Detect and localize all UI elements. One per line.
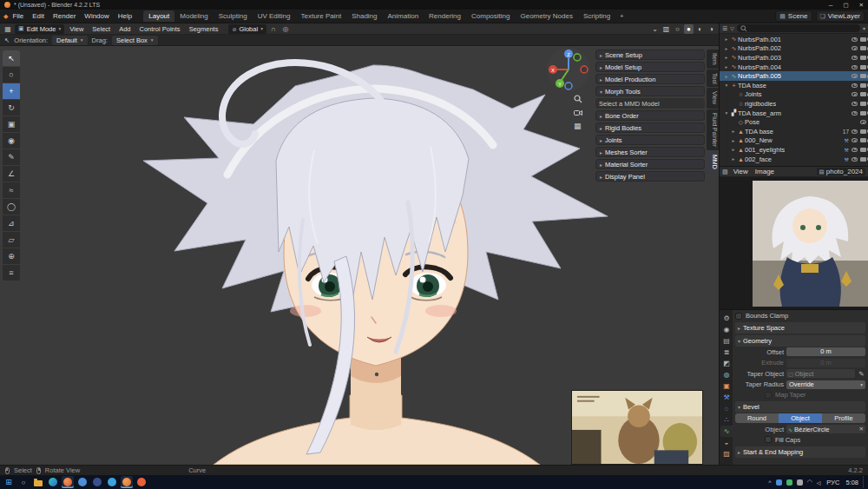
workspace-tab-uv-editing[interactable]: UV Editing (253, 10, 296, 22)
view-layer-tab-icon[interactable] (720, 347, 733, 358)
workspace-tab-rendering[interactable]: Rendering (424, 10, 466, 22)
start-button[interactable] (3, 476, 15, 488)
scene-selector[interactable]: Scene (775, 10, 812, 22)
object-tab-icon[interactable] (720, 380, 733, 392)
outliner-row[interactable]: TDA base_arm (720, 109, 868, 118)
taper-radius-dropdown[interactable]: Override (786, 380, 865, 389)
transform-tool[interactable]: ◉ (3, 133, 20, 149)
visibility-eye-icon[interactable] (860, 120, 866, 124)
world-tab-icon[interactable] (720, 369, 733, 380)
outliner-search-input[interactable] (737, 24, 860, 32)
geometry-panel-header[interactable]: Geometry (735, 335, 865, 347)
render-camera-icon[interactable] (860, 111, 866, 116)
bevel-object-input[interactable]: BézierCircle (786, 425, 865, 433)
workspace-tab-texture-paint[interactable]: Texture Paint (295, 10, 346, 22)
bevel-panel-header[interactable]: Bevel (735, 401, 865, 413)
telegram-icon[interactable] (106, 476, 118, 488)
grid-toggle-icon[interactable] (574, 122, 582, 130)
visibility-eye-icon[interactable] (852, 138, 858, 142)
eyedropper-icon[interactable] (858, 370, 865, 378)
app-orange-icon[interactable] (135, 476, 148, 488)
rotate-tool[interactable]: ↻ (3, 100, 20, 116)
visibility-eye-icon[interactable] (852, 92, 858, 96)
texture-tab-icon[interactable] (720, 448, 733, 459)
image-editor-canvas[interactable] (720, 177, 868, 309)
render-camera-icon[interactable] (860, 129, 866, 134)
menu-edit[interactable]: Edit (28, 10, 49, 22)
volume-icon[interactable] (817, 479, 821, 486)
render-camera-icon[interactable] (860, 157, 866, 162)
visibility-eye-icon[interactable] (852, 157, 858, 162)
mmd-section-model-setup[interactable]: Model Setup (595, 62, 705, 72)
proportional-editing-icon[interactable] (280, 25, 291, 33)
mmd-section-joints[interactable]: Joints (595, 135, 705, 145)
edge-browser-icon[interactable] (47, 476, 59, 488)
measure-tool[interactable]: ∠ (3, 166, 20, 182)
app-blue-icon[interactable] (76, 476, 89, 488)
menu-add[interactable]: Add (115, 24, 134, 34)
workspace-tab-animation[interactable]: Animation (383, 10, 424, 22)
menu-file[interactable]: File (8, 10, 28, 22)
workspace-tab-compositing[interactable]: Compositing (466, 10, 515, 22)
menu-window[interactable]: Window (80, 10, 113, 22)
render-camera-icon[interactable] (860, 56, 866, 60)
visibility-eye-icon[interactable] (852, 129, 858, 134)
extrude-tool[interactable]: ⊕ (3, 248, 20, 264)
offset-input[interactable]: 0 m (786, 347, 865, 356)
sidebar-tab-mmd[interactable]: MMD (707, 151, 719, 173)
outliner-row[interactable]: Joints (720, 90, 868, 100)
menu-control-points[interactable]: Control Points (136, 24, 184, 34)
close-button[interactable]: ✕ (859, 2, 864, 9)
bevel-mode-object[interactable]: Object (779, 413, 822, 423)
visibility-eye-icon[interactable] (852, 74, 858, 78)
sidebar-tab-item[interactable]: Item (707, 50, 719, 69)
shading-solid-icon[interactable] (684, 24, 694, 34)
tray-app-icon[interactable] (797, 479, 803, 486)
viewport-canvas[interactable]: ↖ ○ + ↻ ▣ ◉ ✎ ∠ ≈ ◯ ⊿ ▱ ⊕ ≡ (0, 46, 719, 465)
menu-view[interactable]: View (66, 24, 87, 34)
randomize-tool[interactable]: ≈ (3, 182, 20, 198)
mode-dropdown[interactable]: Edit Mode (15, 24, 64, 34)
render-camera-icon[interactable] (860, 65, 866, 69)
mmd-section-morph-tools[interactable]: Morph Tools (595, 86, 705, 96)
outliner-row[interactable]: NurbsPath.003 (720, 53, 868, 63)
image-menu-view[interactable]: View (732, 168, 750, 175)
physics-tab-icon[interactable] (720, 403, 733, 414)
clock[interactable]: 5:08 (845, 479, 858, 486)
transform-orientation-dropdown[interactable]: Global (228, 24, 266, 34)
material-tab-icon[interactable] (720, 437, 733, 448)
visibility-eye-icon[interactable] (852, 46, 858, 50)
outliner-row[interactable]: NurbsPath.004 (720, 63, 868, 72)
discord-icon[interactable] (91, 476, 103, 488)
cursor-tool[interactable]: ○ (3, 67, 20, 83)
draw-tool[interactable]: ⊿ (3, 215, 20, 231)
taper-object-input[interactable]: Object (786, 369, 855, 378)
show-desktop-button[interactable] (863, 476, 865, 488)
visibility-eye-icon[interactable] (852, 37, 858, 42)
wifi-icon[interactable] (807, 479, 812, 486)
render-tab-icon[interactable] (720, 324, 733, 335)
scene-tab-icon[interactable] (720, 358, 733, 369)
shading-material-icon[interactable] (695, 24, 705, 34)
file-explorer-icon[interactable] (32, 476, 44, 488)
blender-taskbar-icon[interactable] (121, 476, 133, 488)
workspace-tab-scripting[interactable]: Scripting (578, 10, 615, 22)
particles-tab-icon[interactable] (720, 414, 733, 426)
outliner-row[interactable]: 001_eyelights (720, 145, 868, 155)
render-camera-icon[interactable] (860, 102, 866, 106)
keyboard-language[interactable]: РУС (825, 479, 841, 486)
minimize-button[interactable]: ─ (829, 2, 833, 9)
render-camera-icon[interactable] (860, 46, 866, 50)
annotate-tool[interactable]: ✎ (3, 149, 20, 165)
extrude-input[interactable]: 0 m (786, 359, 865, 367)
image-editor-icon[interactable] (722, 169, 728, 175)
viewlayer-selector[interactable]: ViewLayer (816, 10, 865, 22)
outliner-row[interactable]: 000_New (720, 136, 868, 146)
mmd-section-display-panel[interactable]: Display Panel (595, 171, 705, 182)
sidebar-tab-tool[interactable]: Tool (707, 69, 719, 88)
workspace-tab-modeling[interactable]: Modeling (174, 10, 213, 22)
move-tool[interactable]: + (3, 83, 20, 99)
mmd-section-model-production[interactable]: Model Production (595, 74, 705, 84)
maximize-button[interactable]: ▢ (843, 2, 848, 9)
sidebar-tab-fluid-painter[interactable]: Fluid Painter (707, 109, 719, 150)
